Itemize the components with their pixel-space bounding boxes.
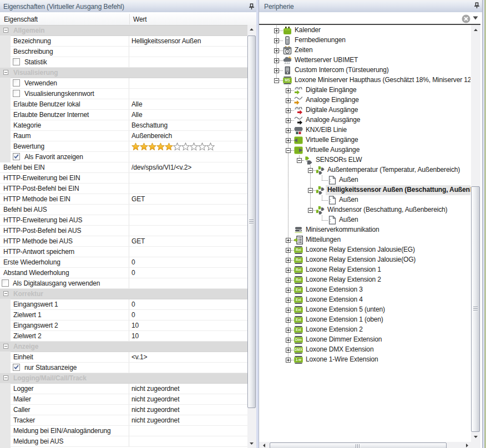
svg-text:Ext: Ext xyxy=(296,298,302,302)
svg-text:Rel: Rel xyxy=(296,248,301,252)
svg-text:Dim: Dim xyxy=(295,338,302,342)
svg-text:DMX: DMX xyxy=(295,348,303,352)
svg-text:Ext: Ext xyxy=(296,308,302,312)
svg-text:MS: MS xyxy=(285,78,290,82)
svg-text:Rel: Rel xyxy=(296,258,301,262)
svg-text:Ext: Ext xyxy=(296,318,302,322)
svg-text:1-w: 1-w xyxy=(296,358,302,362)
svg-text:Rel: Rel xyxy=(296,278,301,282)
svg-text:Ext: Ext xyxy=(296,288,302,292)
svg-text:Rel: Rel xyxy=(296,268,301,272)
svg-text:Ext: Ext xyxy=(296,328,302,332)
